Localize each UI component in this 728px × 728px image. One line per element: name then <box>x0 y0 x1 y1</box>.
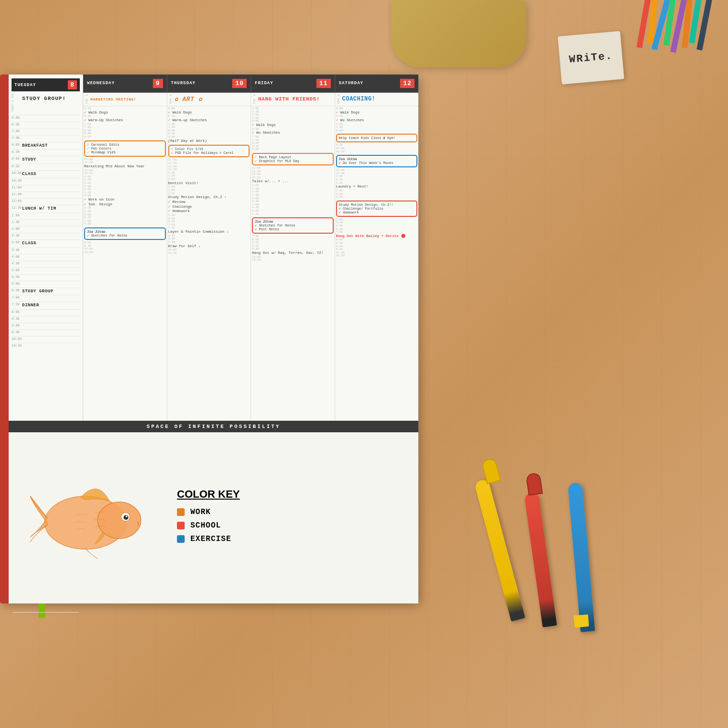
tuesday-time-rows: 6:00 6:30 7:00 7:30 8:00 Breakfast 8:30 … <box>12 115 80 350</box>
friday-priority: HANG WITH FRIENDS! <box>256 96 320 102</box>
color-key-section: COLOR KEY WORK SCHOOL EXERCISE <box>9 432 418 603</box>
wednesday-priority-cell: TOP 3 MARKETING MEETING! <box>83 93 167 106</box>
exercise-color-dot <box>177 535 185 543</box>
tuesday-label: TUESDAY <box>14 83 36 88</box>
blue-marker-cap-band <box>574 615 589 628</box>
notecard: WRiTe. <box>558 31 624 85</box>
work-label: WORK <box>190 508 211 516</box>
thursday-priority-cell: TOP 3 ✿ ART ✿ <box>167 93 251 106</box>
thursday-header: THURSDAY 10 <box>167 75 251 92</box>
bag <box>391 0 526 67</box>
top-priority-label: TODAY'S TOP <box>12 93 14 112</box>
color-key-work: WORK <box>177 508 240 516</box>
wed-blue-box: Jiu Jitsu ✓ Sketches for Notes <box>84 227 166 240</box>
color-key-school: SCHOOL <box>177 521 240 530</box>
saturday-col: 6:00 ✓ Walk Dogs 6:30 ✓ Wu Sketches 7:00… <box>335 106 419 421</box>
infinite-possibility-banner: SPACE OF INFINITE POSSIBILITY <box>9 421 418 432</box>
wednesday-number: 9 <box>153 79 163 88</box>
fri-red-box: Jiu Jitsu ✓ Sketches for Notes ✓ Post No… <box>252 217 334 234</box>
tuesday-page: TUESDAY 8 TODAY'S TOP STUDY GROUP! 6:00 … <box>9 75 83 421</box>
school-label: SCHOOL <box>190 521 221 530</box>
thursday-col: 6:00 ✓ Walk Dogs 6:30 ✓ Warm-up Sketches… <box>167 106 251 421</box>
wednesday-label: WEDNESDAY <box>87 81 115 86</box>
wednesday-header: WEDNESDAY 9 <box>83 75 167 92</box>
binding <box>0 75 9 603</box>
sat-orange-box: Help Coach Kids Class @ Gym! <box>336 134 418 142</box>
saturday-number: 12 <box>400 79 414 88</box>
friday-label: FRIDAY <box>255 81 273 86</box>
notecard-text: WRiTe. <box>568 50 613 66</box>
thu-orange-box: ✓ Color Fix 1/15 ✓ PSD File for Holidays… <box>168 145 250 157</box>
saturday-label: SATURDAY <box>339 81 364 86</box>
color-key-exercise: EXERCISE <box>177 535 240 543</box>
wed-event-1: ✓ Walk Dogs <box>84 111 166 115</box>
wed-orange-box: ✓ Carousel Edits ✓ Feb Colors ✓ Mindmap … <box>84 140 166 157</box>
color-key: COLOR KEY WORK SCHOOL EXERCISE <box>177 488 240 548</box>
sat-blue-box: Jiu Jitsu ✓ Do Over This Week's Moves <box>336 155 418 167</box>
right-page: WEDNESDAY 9 THURSDAY 10 FRIDAY 11 SATURD… <box>83 75 418 421</box>
thursday-label: THURSDAY <box>171 81 196 86</box>
school-color-dot <box>177 522 185 529</box>
friday-number: 11 <box>316 79 331 88</box>
thursday-priority: ✿ ART ✿ <box>173 96 202 103</box>
thursday-number: 10 <box>232 79 247 88</box>
wed-event-2: ✓ Warm-Up Sketches <box>84 118 166 123</box>
sat-red-box: Study Motion Design, Ch.2!! ✓ Challenge/… <box>336 201 418 217</box>
work-color-dot <box>177 508 185 516</box>
study-group-priority: STUDY GROUP! <box>22 96 66 101</box>
friday-priority-cell: TOP 3 HANG WITH FRIENDS! <box>251 93 335 106</box>
wednesday-col: 6:00 ✓ Walk Dogs 6:30 ✓ Warm-Up Sketches… <box>83 106 167 421</box>
exercise-label: EXERCISE <box>190 535 231 543</box>
fri-orange-box: ✓ Back Page Layout ✓ Graphics for MLK Da… <box>252 153 334 165</box>
saturday-priority-cell: TOP 3 COACHING! <box>335 93 419 106</box>
wednesday-priority: MARKETING MEETING! <box>88 97 136 102</box>
friday-header: FRIDAY 11 <box>251 75 335 92</box>
tuesday-number: 8 <box>68 80 77 89</box>
main-grid: 6:00 ✓ Walk Dogs 6:30 ✓ Warm-Up Sketches… <box>83 106 418 421</box>
planner: TUESDAY 8 TODAY'S TOP STUDY GROUP! 6:00 … <box>0 75 418 603</box>
pencils <box>632 0 728 77</box>
saturday-header: SATURDAY 12 <box>335 75 419 92</box>
priority-row: TOP 3 MARKETING MEETING! TOP 3 ✿ ART ✿ T… <box>83 93 418 106</box>
days-header: WEDNESDAY 9 THURSDAY 10 FRIDAY 11 SATURD… <box>83 75 418 93</box>
tuesday-header: TUESDAY 8 <box>12 78 80 91</box>
wed-event-3: Marketing Mtd About New Year <box>84 164 166 169</box>
color-key-title: COLOR KEY <box>177 488 240 501</box>
svg-point-4 <box>126 515 127 517</box>
todo-line <box>13 603 79 613</box>
saturday-priority: COACHING! <box>340 96 376 102</box>
goldfish-illustration <box>23 470 158 566</box>
wed-event-4: ✓ Work on Icon ✓ Sub. Design <box>84 198 166 207</box>
friday-col: 4:00 4:30 5:00 5:30 6:00 ✓ Walk Dogs 6:3… <box>251 106 335 421</box>
bottom-section: SPACE OF INFINITE POSSIBILITY <box>9 421 418 603</box>
